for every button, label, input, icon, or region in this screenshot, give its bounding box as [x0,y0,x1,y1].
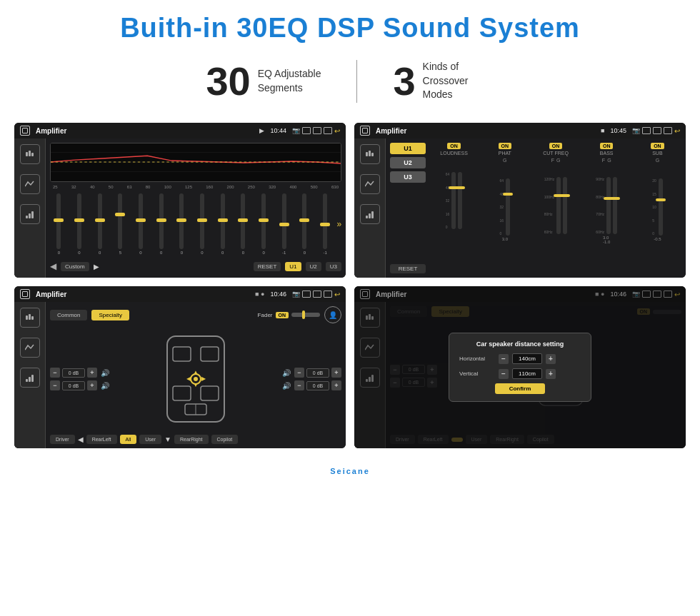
db-plus-4[interactable]: + [331,380,341,390]
screen1-status-icons: 📷 ↩ [292,127,340,135]
all-btn-3[interactable]: All [120,435,137,444]
fader-track[interactable] [291,313,320,317]
vertical-minus[interactable]: − [499,369,509,379]
cutfreq-on[interactable]: ON [549,143,563,149]
ch-cutfreq: ON CUT FREQ FG 120Hz100Hz80Hz60Hz [531,143,579,273]
sidebar3-btn-3[interactable] [20,368,40,388]
db-minus-1[interactable]: − [50,368,60,378]
crossover-u2[interactable]: U2 [390,157,426,168]
eq-lbl-13: 400 [289,185,296,189]
driver-btn-3[interactable]: Driver [50,435,75,444]
sidebar3-btn-1[interactable] [20,308,40,328]
svg-text:◀: ◀ [186,375,191,382]
svg-rect-1 [29,151,31,156]
crossover-u1[interactable]: U1 [390,143,426,154]
speaker-controls-right: 🔊 − 0 dB + 🔊 − 0 dB + [282,327,341,431]
speaker-icon-4: 🔊 [282,382,291,390]
common-tab-3[interactable]: Common [50,310,87,320]
bass-on[interactable]: ON [600,143,614,149]
db-plus-2[interactable]: + [87,380,97,390]
eq-slider-14[interactable]: -1 [316,193,334,255]
horizontal-minus[interactable]: − [499,354,509,364]
u1-btn[interactable]: U1 [285,262,301,271]
vol-icon-2 [642,127,651,134]
home-icon-3[interactable] [20,289,30,299]
back-icon-3[interactable]: ↩ [334,291,340,298]
home-icon[interactable] [20,126,30,136]
loudness-on[interactable]: ON [447,143,461,149]
sidebar-btn-2[interactable] [20,174,40,194]
eq-slider-6[interactable]: 0 [152,193,170,255]
eq-lbl-7: 100 [164,185,171,189]
db-minus-3[interactable]: − [294,368,304,378]
down-arrow-3[interactable]: ▼ [164,435,171,443]
crossover-u3[interactable]: U3 [390,171,426,183]
sidebar2-btn-2[interactable] [360,174,380,194]
eq-slider-12[interactable]: -1 [275,193,293,255]
db-control-1: − 0 dB + 🔊 [50,368,109,378]
crossover-stat: 3 Kinds ofCrossover Modes [357,58,529,104]
u3-btn[interactable]: U3 [326,262,341,271]
loudness-slider[interactable] [451,172,456,229]
crossover-reset[interactable]: RESET [390,264,426,273]
rearleft-btn-3[interactable]: RearLeft [86,435,117,444]
db-minus-4[interactable]: − [294,380,304,390]
eq-lbl-12: 320 [269,185,276,189]
confirm-button[interactable]: Confirm [495,383,546,394]
eq-slider-3[interactable]: 0 [91,193,109,255]
seicane-logo: Seicane [0,463,700,478]
phat-on[interactable]: ON [499,143,512,149]
sidebar-btn-1[interactable] [20,144,40,164]
svg-point-28 [194,377,198,381]
cutfreq-slider1[interactable] [556,177,561,234]
reset-btn[interactable]: RESET [254,262,281,271]
vertical-plus[interactable]: + [546,369,556,379]
sidebar3-btn-2[interactable] [20,338,40,358]
eq-slider-11[interactable]: 0 [255,193,273,255]
eq-slider-7[interactable]: 0 [173,193,191,255]
db-minus-2[interactable]: − [50,380,60,390]
custom-btn[interactable]: Custom [61,262,89,271]
eq-slider-13[interactable]: 0 [296,193,314,255]
back-icon-2[interactable]: ↩ [674,127,680,135]
eq-slider-10[interactable]: 0 [234,193,252,255]
db-plus-1[interactable]: + [87,368,97,378]
horizontal-plus[interactable]: + [546,354,556,364]
specialty-tab-3[interactable]: Specialty [91,310,129,320]
eq-label: EQ AdjustableSegments [258,67,321,95]
speaker-icon-2: 🔊 [101,382,109,390]
loudness-slider2[interactable] [458,172,462,229]
sub-slider[interactable] [659,178,663,236]
eq-slider-1[interactable]: 0 [50,193,68,255]
left-arrow-3[interactable]: ◀ [78,435,84,443]
sidebar2-btn-1[interactable] [360,144,380,164]
back-icon[interactable]: ↩ [334,127,340,135]
fader-on-badge[interactable]: ON [276,312,289,318]
home-icon-2[interactable] [360,126,370,136]
eq-play-btn[interactable]: ▶ [94,263,99,271]
eq-slider-8[interactable]: 0 [194,193,211,255]
fader-thumb[interactable] [302,310,305,319]
eq-slider-9[interactable]: 0 [214,193,231,255]
sub-on[interactable]: ON [651,143,664,149]
cutfreq-slider2[interactable] [563,177,567,234]
arrow-more-icon[interactable]: » [336,219,341,229]
bass-slider1[interactable] [606,177,611,234]
phat-slider[interactable] [506,178,510,236]
svg-rect-23 [173,347,191,361]
user-btn-3[interactable]: User [139,435,161,444]
bass-slider2[interactable] [613,177,617,234]
eq-slider-5[interactable]: 0 [132,193,150,255]
db-plus-3[interactable]: + [331,368,341,378]
u2-btn[interactable]: U2 [306,262,321,271]
rearright-btn-3[interactable]: RearRight [174,435,209,444]
eq-slider-4[interactable]: 5 [111,193,129,255]
avatar-icon-3[interactable]: 👤 [324,306,341,323]
sidebar2-btn-3[interactable] [360,204,380,224]
speaker-icon-1: 🔊 [101,369,109,377]
eq-prev-btn[interactable]: ◀ [50,261,56,271]
sidebar-btn-3[interactable] [20,204,40,224]
copilot-btn-3[interactable]: Copilot [211,435,239,444]
svg-rect-20 [29,377,31,382]
eq-slider-2[interactable]: 0 [71,193,89,255]
